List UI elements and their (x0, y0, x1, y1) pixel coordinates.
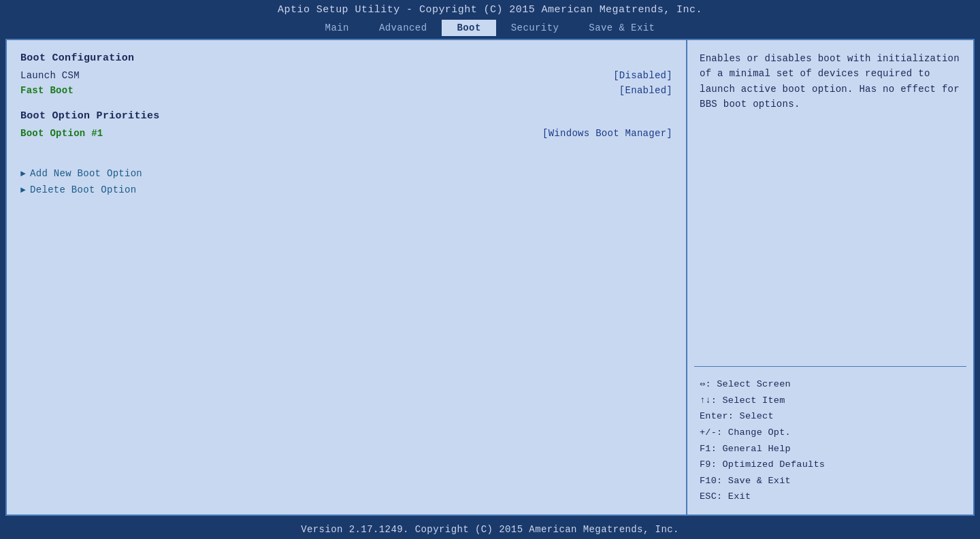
launch-csm-label: Launch CSM (20, 70, 80, 81)
boot-config-header: Boot Configuration (20, 52, 672, 64)
footer-text: Version 2.17.1249. Copyright (C) 2015 Am… (301, 524, 679, 535)
footer: Version 2.17.1249. Copyright (C) 2015 Am… (0, 520, 980, 539)
help-text: Enables or disables boot with initializa… (687, 40, 973, 366)
keyboard-shortcuts: ⇔: Select Screen ↑↓: Select Item Enter: … (687, 367, 973, 514)
fast-boot-row: Fast Boot [Enabled] (20, 83, 672, 98)
boot-option1-label: Boot Option #1 (20, 128, 103, 139)
title-bar: Aptio Setup Utility - Copyright (C) 2015… (0, 0, 980, 18)
delete-boot-option-label: Delete Boot Option (30, 184, 136, 195)
shortcut-change-opt: +/-: Change Opt. (700, 425, 961, 441)
fast-boot-value[interactable]: [Enabled] (619, 85, 672, 96)
help-text-content: Enables or disables boot with initializa… (700, 53, 960, 110)
launch-csm-value[interactable]: [Disabled] (613, 70, 672, 81)
shortcut-f10: F10: Save & Exit (700, 473, 961, 489)
shortcut-select-screen: ⇔: Select Screen (700, 376, 961, 393)
add-boot-option-label: Add New Boot Option (30, 168, 142, 179)
tab-main[interactable]: Main (310, 20, 364, 36)
nav-bar: Main Advanced Boot Security Save & Exit (0, 18, 980, 36)
boot-option1-row: Boot Option #1 [Windows Boot Manager] (20, 126, 672, 141)
tab-advanced[interactable]: Advanced (364, 20, 442, 36)
tab-boot[interactable]: Boot (442, 20, 495, 36)
main-area: Boot Configuration Launch CSM [Disabled]… (5, 39, 975, 516)
boot-option1-value[interactable]: [Windows Boot Manager] (542, 128, 672, 139)
tab-security[interactable]: Security (496, 20, 574, 36)
shortcut-f9: F9: Optimized Defaults (700, 457, 961, 473)
shortcut-enter: Enter: Select (700, 408, 961, 425)
add-boot-option-arrow: ► (20, 169, 26, 179)
right-panel: Enables or disables boot with initializa… (687, 40, 973, 514)
left-panel: Boot Configuration Launch CSM [Disabled]… (7, 40, 687, 514)
boot-priorities-header: Boot Option Priorities (20, 110, 672, 122)
tab-save-exit[interactable]: Save & Exit (574, 20, 670, 36)
fast-boot-label: Fast Boot (20, 85, 74, 96)
delete-boot-option-arrow: ► (20, 185, 26, 195)
add-boot-option-item[interactable]: ► Add New Boot Option (20, 165, 672, 182)
launch-csm-row: Launch CSM [Disabled] (20, 68, 672, 83)
title-text: Aptio Setup Utility - Copyright (C) 2015… (278, 4, 702, 16)
shortcut-f1: F1: General Help (700, 441, 961, 457)
shortcut-esc: ESC: Exit (700, 489, 961, 505)
delete-boot-option-item[interactable]: ► Delete Boot Option (20, 182, 672, 198)
shortcut-select-item: ↑↓: Select Item (700, 393, 961, 409)
